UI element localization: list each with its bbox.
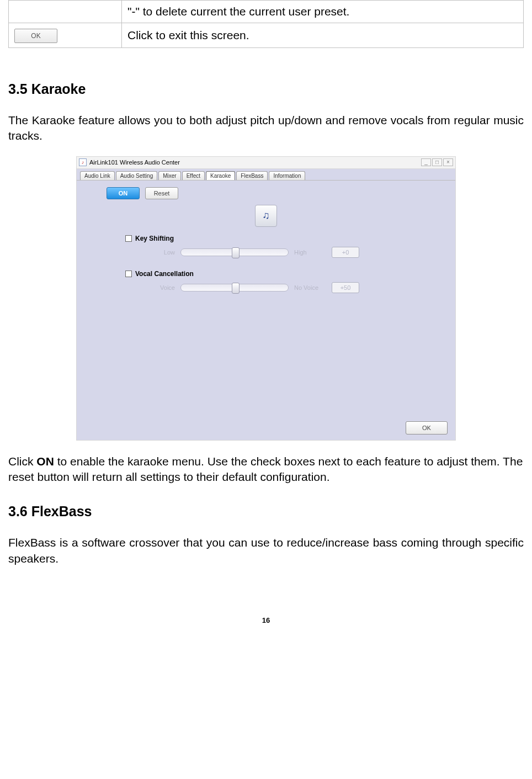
close-icon[interactable]: × <box>443 158 453 166</box>
tab-mixer[interactable]: Mixer <box>158 171 180 180</box>
karaoke-screenshot: ♪ AirLink101 Wireless Audio Center _ □ ×… <box>76 156 456 441</box>
window-titlebar: ♪ AirLink101 Wireless Audio Center _ □ × <box>77 157 455 169</box>
preset-row2-right: Click to exit this screen. <box>122 23 524 48</box>
after-shot-3-5: Click ON to enable the karaoke menu. Use… <box>8 454 524 485</box>
karaoke-panel: ON Reset ♫ Key Shifting Low High +0 <box>77 181 455 440</box>
tab-audio-setting[interactable]: Audio Setting <box>116 171 158 180</box>
window-title: AirLink101 Wireless Audio Center <box>89 159 420 166</box>
tab-audio-link[interactable]: Audio Link <box>80 171 115 180</box>
tab-information[interactable]: Information <box>269 171 305 180</box>
intro-3-5: The Karaoke feature allows you to both a… <box>8 113 524 144</box>
preset-table: "-" to delete current the current user p… <box>8 0 524 48</box>
heading-3-6: 3.6 FlexBass <box>8 504 524 520</box>
key-shifting-checkbox[interactable] <box>125 235 132 242</box>
page-number: 16 <box>8 616 524 624</box>
after-shot-bold: ON <box>36 455 54 468</box>
intro-3-6: FlexBass is a software crossover that yo… <box>8 535 524 566</box>
key-high-label: High <box>294 249 326 256</box>
preset-row1-left <box>9 1 122 23</box>
maximize-icon[interactable]: □ <box>432 158 442 166</box>
key-low-label: Low <box>151 249 175 256</box>
reset-button[interactable]: Reset <box>145 187 178 199</box>
after-shot-part2: to enable the karaoke menu. Use the chec… <box>8 455 523 483</box>
app-icon: ♪ <box>79 158 87 166</box>
tab-bar: Audio Link Audio Setting Mixer Effect Ka… <box>77 169 455 181</box>
key-shifting-slider[interactable] <box>180 248 289 256</box>
tab-karaoke[interactable]: Karaoke <box>206 171 235 180</box>
music-note-icon: ♫ <box>255 205 277 227</box>
ok-button[interactable]: OK <box>406 421 448 434</box>
preset-row1-right: "-" to delete current the current user p… <box>122 1 524 23</box>
preset-row2-left: OK <box>9 23 122 48</box>
key-value: +0 <box>332 247 359 258</box>
vocal-slider-thumb[interactable] <box>232 283 240 294</box>
vocal-value: +50 <box>332 282 359 293</box>
vocal-cancel-group: Vocal Cancellation Voice No Voice +50 <box>125 270 445 293</box>
key-shifting-label: Key Shifting <box>135 235 174 242</box>
key-slider-thumb[interactable] <box>232 247 240 258</box>
vocal-cancel-slider[interactable] <box>180 284 289 292</box>
key-shifting-group: Key Shifting Low High +0 <box>125 235 445 258</box>
voice-label: Voice <box>151 284 175 291</box>
vocal-cancel-checkbox[interactable] <box>125 271 132 277</box>
on-button[interactable]: ON <box>107 187 140 199</box>
after-shot-part1: Click <box>8 455 36 468</box>
heading-3-5: 3.5 Karaoke <box>8 81 524 97</box>
tab-effect[interactable]: Effect <box>182 171 205 180</box>
vocal-cancel-label: Vocal Cancellation <box>135 270 194 278</box>
minimize-icon[interactable]: _ <box>421 158 431 166</box>
tab-flexbass[interactable]: FlexBass <box>236 171 268 180</box>
ok-button-sample: OK <box>14 29 57 43</box>
no-voice-label: No Voice <box>294 284 326 291</box>
